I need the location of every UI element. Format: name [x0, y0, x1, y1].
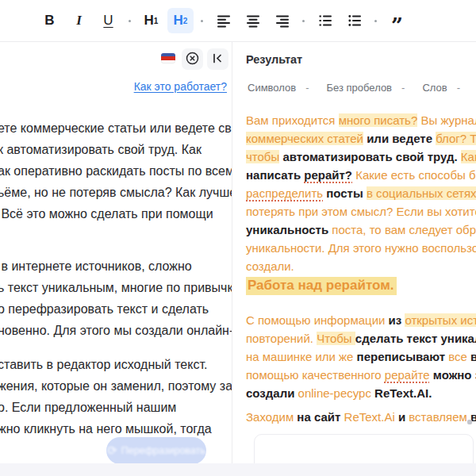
- text-line: ьёме, но не потеряв смысла? Как лучше: [0, 182, 232, 203]
- text-line: ставить в редактор исходный текст.: [0, 354, 232, 375]
- text-segment: написать: [246, 168, 304, 182]
- text-segment: уникальность: [246, 223, 332, 236]
- text-segment: Какие есть способы бы: [355, 168, 476, 182]
- collapse-panel-button[interactable]: [207, 48, 228, 70]
- align-center-icon: [246, 13, 260, 28]
- text-line: ь текст уникальным, многие по привычке: [0, 277, 232, 298]
- how-it-works-link[interactable]: Как это работает?: [134, 80, 227, 93]
- text-segment: открытых ист: [405, 313, 476, 327]
- no-spaces-counter-label: Без пробелов: [327, 82, 393, 94]
- clear-text-button[interactable]: [182, 48, 203, 70]
- text-segment: ReText.AI.: [374, 386, 432, 400]
- characters-counter: Символов -: [248, 82, 309, 94]
- text-segment: Чтобы: [317, 332, 355, 345]
- no-spaces-counter-value: -: [401, 82, 405, 94]
- text-segment: ReText.Ai: [344, 410, 398, 424]
- text-line: ак оперативно раскидать посты по всем: [0, 160, 232, 182]
- text-segment: переписывают: [357, 350, 449, 363]
- text-line: потерять при этом смысл? Если вы хотите: [246, 202, 476, 221]
- counters-row: Символов - Без пробелов - Слов -: [248, 82, 460, 94]
- align-right-button[interactable]: [269, 8, 295, 33]
- result-paragraph: Вам приходится много писать? Вы журналко…: [246, 111, 476, 275]
- text-line: к автоматизировать свой труд. Как: [0, 139, 232, 160]
- text-segment: в социальных сетях п: [367, 186, 476, 200]
- words-counter-label: Слов: [422, 82, 447, 94]
- text-line: уникальность поста, то вам следует обрат: [246, 221, 476, 239]
- text-line: Вам приходится много писать? Вы журнал: [246, 111, 476, 129]
- source-paragraph[interactable]: в интернете источников, сложноь текст ун…: [0, 255, 232, 341]
- text-line: жения, которые он заменил, поэтому за: [0, 375, 232, 397]
- align-center-button[interactable]: [240, 8, 266, 33]
- heading2-button[interactable]: H2: [167, 8, 194, 33]
- words-counter: Слов -: [422, 82, 460, 94]
- align-right-icon: [275, 13, 290, 28]
- text-line: повторений. Чтобы сделать текст уникаль: [246, 329, 476, 347]
- heading2-sub: 2: [183, 17, 188, 25]
- text-line: о перефразировать текст и сделать: [0, 298, 232, 320]
- italic-button[interactable]: I: [66, 8, 92, 33]
- heading1-label: H: [144, 13, 154, 29]
- text-segment: автоматизировать свой труд.: [282, 150, 460, 163]
- align-left-button[interactable]: [210, 8, 236, 33]
- text-segment: создали: [246, 386, 298, 400]
- text-segment: блог? То: [436, 132, 476, 145]
- formatting-toolbar: B I U H1 H2 ”: [0, 0, 476, 41]
- text-line: Заходим на сайт ReText.Ai и вставляем в …: [246, 408, 476, 426]
- text-segment: коммерческих статей: [246, 132, 363, 145]
- text-line: на машинке или же переписывают все вру: [246, 347, 476, 366]
- blockquote-button[interactable]: ”: [384, 8, 410, 33]
- text-segment: распределить: [246, 186, 323, 200]
- text-segment: все: [448, 350, 470, 363]
- ordered-list-button[interactable]: [312, 8, 338, 33]
- bold-button[interactable]: B: [36, 8, 63, 33]
- text-segment: рерайте: [385, 368, 430, 382]
- source-paragraph[interactable]: ете коммерческие статьи или ведете свойк…: [0, 117, 232, 225]
- result-heading: Работа над рерайтом.: [246, 277, 397, 295]
- toolbar-separator-dot: [374, 20, 377, 22]
- text-line: чтобы автоматизировать свой труд. Какие: [246, 148, 476, 166]
- characters-counter-value: -: [305, 82, 309, 94]
- underline-button[interactable]: U: [95, 8, 121, 33]
- text-segment: Какие: [461, 150, 476, 163]
- text-segment: вставляем: [409, 410, 470, 424]
- text-segment: создали.: [246, 259, 294, 273]
- text-segment: уникальности. Для этого нужно воспользо: [246, 241, 476, 255]
- result-input-box[interactable]: [254, 434, 474, 463]
- text-segment: помощью качественного: [246, 368, 385, 382]
- text-segment: и: [398, 410, 409, 424]
- text-segment: online-ресурс: [298, 386, 375, 400]
- source-panel[interactable]: Как это работает? ете коммерческие стать…: [0, 42, 232, 463]
- heading1-sub: 1: [154, 17, 159, 25]
- text-line: жно кликнуть на него мышкой, тогда: [0, 418, 232, 440]
- source-paragraph[interactable]: ставить в редактор исходный текст.жения,…: [0, 354, 232, 440]
- no-spaces-counter: Без пробелов -: [327, 82, 405, 94]
- text-line: создали.: [246, 257, 476, 275]
- paraphrase-button[interactable]: ⟳ Перефразировать: [106, 437, 206, 463]
- text-segment: Заходим: [246, 410, 297, 424]
- characters-counter-label: Символов: [248, 82, 296, 94]
- text-segment: много писать?: [339, 113, 418, 127]
- toolbar-separator-dot: [201, 20, 203, 22]
- words-counter-value: -: [457, 82, 460, 94]
- clear-circle-x-icon: [186, 52, 199, 67]
- result-panel: Результат Символов - Без пробелов - Слов…: [232, 42, 476, 463]
- flag-stripe: [161, 56, 175, 60]
- collapse-left-icon: [212, 52, 224, 67]
- toolbar-separator-dot: [302, 20, 305, 22]
- bottom-strip: [0, 463, 476, 476]
- heading1-button[interactable]: H1: [138, 8, 164, 33]
- text-segment: Вы журнал: [417, 113, 476, 127]
- result-paragraph: С помощью информации из открытых истповт…: [246, 311, 476, 402]
- text-line: С помощью информации из открытых ист: [246, 311, 476, 329]
- text-line: распределить посты в социальных сетях п: [246, 184, 476, 202]
- text-line: создали online-ресурс ReText.AI.: [246, 384, 476, 402]
- text-segment: или ведете: [367, 132, 436, 145]
- toolbar-separator-dot: [129, 20, 131, 22]
- ordered-list-icon: [318, 13, 332, 28]
- text-segment: на сайт: [297, 410, 344, 424]
- text-segment: потерять при этом смысл? Если вы хотите: [246, 205, 476, 218]
- text-segment: повторений.: [246, 332, 317, 345]
- bullet-list-button[interactable]: [341, 8, 367, 33]
- heading2-label: H: [174, 13, 183, 29]
- russian-flag-icon[interactable]: [161, 53, 175, 63]
